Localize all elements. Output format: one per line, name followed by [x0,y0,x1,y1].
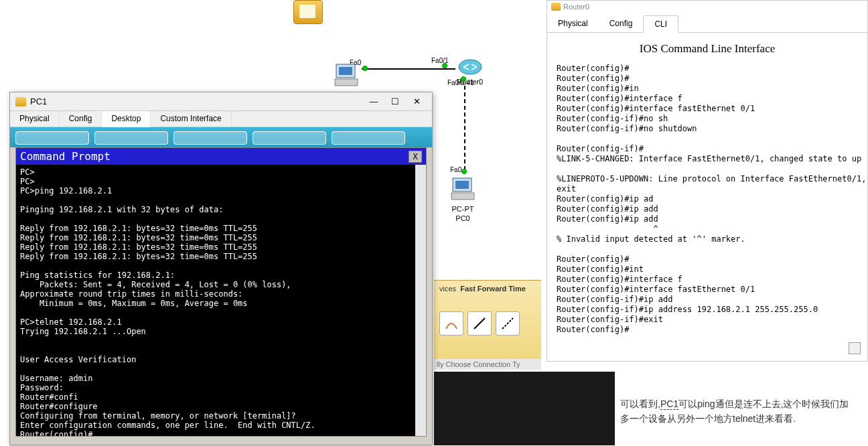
command-prompt-titlebar: Command Prompt X [16,148,426,165]
svg-rect-5 [455,181,469,189]
port-label-fa0b: Fa0 [450,166,461,173]
tab-physical[interactable]: Physical [10,111,60,127]
command-prompt-window: Command Prompt X PC> PC> PC>ping 192.168… [15,147,427,437]
cli-heading: IOS Command Line Interface [547,33,867,62]
status-connection-type: lly Choose Connection Ty [434,359,541,370]
tab-desktop[interactable]: Desktop [102,111,151,127]
terminal-output: PC> PC> PC>ping 192.168.2.1 Pinging 192.… [20,167,315,436]
tab-cli[interactable]: CLI [643,15,678,33]
pc-icon [334,63,359,88]
annotation-highlight: PC1 [660,398,678,410]
connection-tool-dashed[interactable] [496,311,520,336]
app-tile[interactable] [94,131,168,145]
command-prompt-close-button[interactable]: X [409,151,422,163]
pc1-titlebar[interactable]: PC1 — ☐ ✕ [10,92,432,111]
app-tile[interactable] [15,131,89,145]
pc1-title: PC1 [30,96,364,106]
tab-config[interactable]: Config [60,111,102,127]
packet-tracer-toolbar: vices Fast Forward Time [434,280,541,360]
tab-custom-interface[interactable]: Custom Interface [151,111,231,127]
annotation-text: 可以看到,PC1可以ping通但是连不上去,这个时候我们加 多一个设备从另外一个… [620,396,861,426]
pc1-tab-row: Physical Config Desktop Custom Interface [10,111,432,127]
toolbar-label-fft[interactable]: Fast Forward Time [460,285,526,293]
router0-titlebar: Router0 [547,1,867,13]
command-prompt-terminal[interactable]: PC> PC> PC>ping 192.168.2.1 Pinging 192.… [16,165,426,436]
dark-panel [434,372,615,445]
desktop-app-tiles [10,127,432,147]
link-status-dot [362,66,368,71]
hub-icon [293,0,323,24]
maximize-button[interactable]: ☐ [385,95,405,108]
toolbar-label-devices: vices [439,285,456,293]
app-tile[interactable] [252,131,326,145]
svg-line-7 [474,318,485,329]
annotation-part: 可以ping通但是连不上去,这个时候我们加 [678,398,849,409]
connection-tool-curved[interactable] [439,311,463,336]
minimize-button[interactable]: — [364,95,384,108]
router0-window: Router0 Physical Config CLI IOS Command … [547,0,868,362]
device-label: PC-PT [450,205,476,213]
svg-rect-6 [451,193,474,200]
router0-title: Router0 [563,3,589,11]
router0-device[interactable]: Fa0/0.41 Router0 [457,59,483,86]
link-pc-router [362,68,455,70]
app-tile[interactable] [173,131,247,145]
app-tile[interactable] [332,131,405,145]
annotation-part: 可以看到, [620,398,660,409]
svg-line-8 [502,318,513,329]
router-window-icon [551,3,561,11]
scrollbar[interactable] [415,165,426,436]
tab-config[interactable]: Config [599,15,644,32]
link-status-dot [461,169,467,174]
pc-icon [450,177,476,202]
hub-device[interactable] [293,0,323,25]
link-router-pc0 [464,86,465,170]
pc-window-icon [15,97,26,106]
close-button[interactable]: ✕ [407,95,427,108]
svg-point-3 [459,60,482,74]
router0-tab-row: Physical Config CLI [547,15,867,33]
link-status-dot [461,76,466,82]
tab-physical[interactable]: Physical [547,15,599,32]
pc1-window: PC1 — ☐ ✕ Physical Config Desktop Custom… [9,92,433,445]
svg-rect-1 [339,67,352,75]
annotation-part: 多一个设备从另外一个地方telnet进来看看. [620,413,796,424]
device-label: PC0 [450,214,476,222]
command-prompt-title: Command Prompt [20,150,111,163]
svg-rect-2 [335,79,358,86]
port-label-fa01: Fa0/1 [431,57,449,64]
router-corner-button[interactable] [849,342,861,354]
pc0-device[interactable]: PC-PT PC0 [450,177,476,222]
router-icon [458,59,482,75]
cli-terminal[interactable]: Router(config)# Router(config)# Router(c… [547,62,867,336]
connection-tool-straight[interactable] [467,311,492,336]
